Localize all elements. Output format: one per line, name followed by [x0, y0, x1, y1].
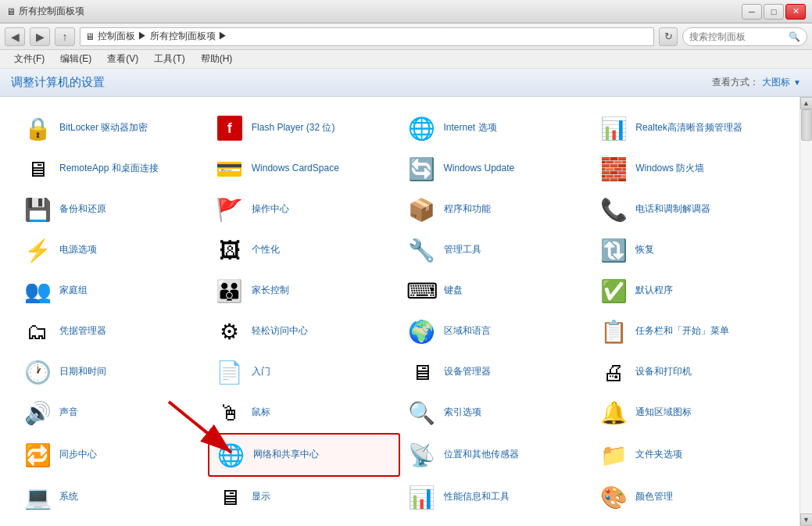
icon-internet: 🌐: [408, 114, 436, 142]
icon-system: 💻: [23, 483, 52, 511]
grid-item-flash[interactable]: fFlash Player (32 位): [208, 108, 400, 148]
breadcrumb-icon: 🖥: [85, 31, 95, 42]
scroll-down-button[interactable]: ▼: [800, 513, 813, 526]
grid-item-power[interactable]: ⚡电源选项: [16, 230, 208, 270]
label-perfinfo: 性能信息和工具: [444, 491, 510, 503]
grid-item-ease[interactable]: ⚙轻松访问中心: [208, 311, 400, 352]
grid-item-manage[interactable]: 🔧管理工具: [400, 230, 592, 270]
label-action: 操作中心: [252, 203, 289, 216]
label-mouse: 鼠标: [252, 406, 270, 419]
icon-indexing: 🔍: [408, 399, 436, 427]
label-region: 区域和语言: [444, 325, 491, 338]
icon-location: 📡: [408, 441, 436, 469]
grid-item-location[interactable]: 📡位置和其他传感器: [400, 433, 592, 477]
grid-item-color[interactable]: 🎨颜色管理: [592, 477, 784, 517]
icon-realtek: 📊: [599, 114, 628, 142]
close-button[interactable]: ✕: [785, 4, 806, 20]
label-ease: 轻松访问中心: [252, 325, 308, 338]
grid-item-perfinfo[interactable]: 📊性能信息和工具: [400, 477, 592, 517]
minimize-button[interactable]: ─: [742, 4, 762, 20]
scroll-thumb[interactable]: [801, 109, 812, 141]
back-button[interactable]: ◀: [5, 27, 25, 46]
label-devprinter: 设备和打印机: [635, 366, 692, 378]
grid-item-devmgr[interactable]: 🖥设备管理器: [400, 352, 592, 392]
grid-item-devprinter[interactable]: 🖨设备和打印机: [592, 352, 784, 392]
icon-power: ⚡: [23, 236, 52, 264]
up-button[interactable]: ↑: [55, 27, 75, 46]
label-color: 颜色管理: [635, 491, 673, 503]
grid-item-indexing[interactable]: 🔍索引选项: [400, 392, 592, 433]
maximize-button[interactable]: □: [764, 4, 784, 20]
menu-tools[interactable]: 工具(T): [148, 51, 191, 67]
scroll-up-button[interactable]: ▲: [800, 97, 813, 109]
grid-item-internet[interactable]: 🌐Internet 选项: [400, 108, 592, 148]
grid-item-restore[interactable]: 🔃恢复: [592, 230, 784, 270]
grid-item-parental[interactable]: 👪家长控制: [208, 270, 400, 311]
refresh-button[interactable]: ↻: [659, 27, 678, 46]
grid-item-phone[interactable]: 📞电话和调制解调器: [592, 189, 784, 230]
grid-item-programs[interactable]: 📦程序和功能: [400, 189, 592, 230]
grid-item-getstarted[interactable]: 📄入门: [208, 352, 400, 392]
icon-getstarted: 📄: [216, 358, 244, 386]
grid-item-credentials[interactable]: 🗂凭据管理器: [16, 311, 208, 352]
label-parental: 家长控制: [252, 284, 289, 297]
menu-edit[interactable]: 编辑(E): [54, 51, 98, 67]
search-box[interactable]: 🔍: [682, 27, 807, 46]
search-input[interactable]: [689, 31, 785, 42]
grid-item-remoteapp[interactable]: 🖥RemoteApp 和桌面连接: [16, 148, 208, 189]
icon-remoteapp: 🖥: [23, 155, 52, 183]
grid-item-personalize[interactable]: 🖼个性化: [208, 230, 400, 270]
label-homegroup: 家庭组: [59, 284, 88, 297]
view-label: 查看方式：: [712, 76, 759, 89]
content-wrapper: 🔒BitLocker 驱动器加密fFlash Player (32 位)🌐Int…: [16, 108, 784, 517]
grid-item-sound[interactable]: 🔊声音: [16, 392, 208, 433]
grid-item-homegroup[interactable]: 👥家庭组: [16, 270, 208, 311]
grid-item-realtek[interactable]: 📊Realtek高清晰音频管理器: [592, 108, 784, 148]
grid-item-notify[interactable]: 🔔通知区域图标: [592, 392, 784, 433]
grid-item-default[interactable]: ✅默认程序: [592, 270, 784, 311]
address-path[interactable]: 🖥 控制面板 ▶ 所有控制面板项 ▶: [80, 27, 654, 46]
forward-button[interactable]: ▶: [30, 27, 50, 46]
icon-taskbar: 📋: [599, 317, 628, 345]
grid-item-keyboard[interactable]: ⌨键盘: [400, 270, 592, 311]
grid-item-mouse[interactable]: 🖱鼠标: [208, 392, 400, 433]
title-bar-left: 🖥 所有控制面板项: [6, 5, 84, 18]
menu-view[interactable]: 查看(V): [101, 51, 145, 67]
icon-color: 🎨: [599, 483, 628, 511]
scrollbar[interactable]: ▲ ▼: [799, 97, 812, 526]
grid-item-display[interactable]: 🖥显示: [208, 477, 400, 517]
grid-item-bitlocker[interactable]: 🔒BitLocker 驱动器加密: [16, 108, 208, 148]
menu-file[interactable]: 文件(F): [8, 51, 51, 67]
main-content: 🔒BitLocker 驱动器加密fFlash Player (32 位)🌐Int…: [0, 97, 812, 526]
label-system: 系统: [59, 491, 78, 503]
grid-item-winfirewall[interactable]: 🧱Windows 防火墙: [592, 148, 784, 189]
grid-item-winupdate[interactable]: 🔄Windows Update: [400, 148, 592, 189]
label-flash: Flash Player (32 位): [252, 122, 335, 134]
search-icon: 🔍: [789, 31, 800, 42]
icon-devmgr: 🖥: [408, 358, 436, 386]
icon-credentials: 🗂: [23, 317, 52, 345]
grid-item-region[interactable]: 🌍区域和语言: [400, 311, 592, 352]
grid-item-taskbar[interactable]: 📋任务栏和「开始」菜单: [592, 311, 784, 352]
menu-bar: 文件(F) 编辑(E) 查看(V) 工具(T) 帮助(H): [0, 50, 812, 69]
grid-item-cardspace[interactable]: 💳Windows CardSpace: [208, 148, 400, 189]
grid-item-system[interactable]: 💻系统: [16, 477, 208, 517]
grid-item-date[interactable]: 🕐日期和时间: [16, 352, 208, 392]
icon-flash: f: [216, 114, 244, 142]
grid-item-network[interactable]: 🌐网络和共享中心: [208, 433, 400, 477]
grid-item-backup[interactable]: 💾备份和还原: [16, 189, 208, 230]
label-credentials: 凭据管理器: [59, 325, 106, 338]
icon-cardspace: 💳: [216, 155, 244, 183]
grid-item-folder[interactable]: 📁文件夹选项: [592, 433, 784, 477]
icon-display: 🖥: [216, 483, 244, 511]
scroll-track[interactable]: [800, 109, 812, 513]
icon-mouse: 🖱: [216, 399, 244, 427]
view-value[interactable]: 大图标: [762, 76, 790, 89]
grid-item-sync[interactable]: 🔁同步中心: [16, 433, 208, 477]
menu-help[interactable]: 帮助(H): [195, 51, 239, 67]
icon-programs: 📦: [408, 195, 436, 224]
label-internet: Internet 选项: [444, 122, 497, 134]
grid-item-action[interactable]: 🚩操作中心: [208, 189, 400, 230]
view-options[interactable]: 查看方式： 大图标 ▼: [712, 76, 801, 89]
icon-action: 🚩: [216, 195, 244, 224]
